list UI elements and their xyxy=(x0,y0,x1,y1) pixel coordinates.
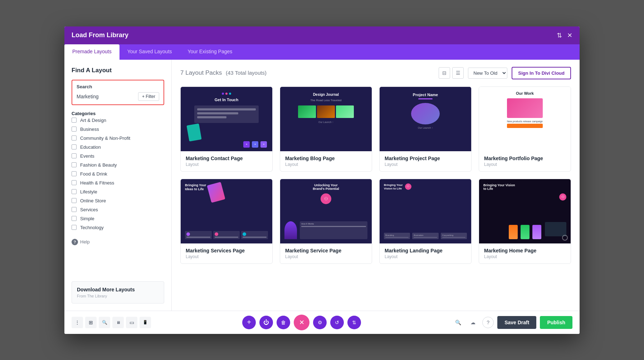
modal-header: Load From Library ⇅ ✕ xyxy=(64,26,580,44)
category-checkbox[interactable] xyxy=(72,225,77,230)
card-type: Layout xyxy=(385,254,466,259)
card-info-services: Marketing Services Page Layout xyxy=(181,243,272,263)
sign-in-cloud-button[interactable]: Sign In To Divi Cloud xyxy=(512,67,571,79)
desktop-view-button[interactable]: 🖥 xyxy=(112,317,124,328)
category-label: Technology xyxy=(80,225,104,230)
undo-button[interactable]: ↺ xyxy=(330,316,344,329)
close-x-button[interactable]: ✕ xyxy=(294,315,309,330)
pack-count: 7 Layout Packs xyxy=(180,69,222,76)
search-value[interactable]: Marketing xyxy=(77,94,98,99)
category-checkbox[interactable] xyxy=(72,118,77,123)
menu-button[interactable]: ⋮ xyxy=(72,317,83,328)
main-header: 7 Layout Packs (43 Total layouts) ⊟ ☰ Ne… xyxy=(180,67,571,79)
layout-card-blog[interactable]: Design Journal The Road Less Traveled Ou… xyxy=(280,87,372,172)
bottom-toolbar: ⋮ ⊞ 🔍 🖥 ▭ 📱 + ⏻ 🗑 ✕ ⚙ ↺ ⇅ 🔍 ☁ ? Save Dra… xyxy=(64,311,580,334)
tablet-view-button[interactable]: ▭ xyxy=(126,317,137,328)
category-lifestyle[interactable]: Lifestyle xyxy=(72,189,164,194)
layout-card-services[interactable]: Bringing YourIdeas to Life xyxy=(180,179,273,264)
category-checkbox[interactable] xyxy=(72,171,77,176)
settings-button[interactable]: ⚙ xyxy=(313,316,327,329)
list-view-button[interactable]: ☰ xyxy=(452,67,464,79)
card-thumbnail-blog: Design Journal The Road Less Traveled Ou… xyxy=(280,87,372,151)
category-checkbox[interactable] xyxy=(72,127,77,132)
category-business[interactable]: Business xyxy=(72,127,164,132)
save-draft-button[interactable]: Save Draft xyxy=(497,316,536,329)
category-education[interactable]: Education xyxy=(72,144,164,150)
close-icon[interactable]: ✕ xyxy=(567,31,572,39)
category-checkbox[interactable] xyxy=(72,153,77,158)
category-technology[interactable]: Technology xyxy=(72,225,164,230)
search-button[interactable]: 🔍 xyxy=(99,317,110,328)
view-toggle: ⊟ ☰ xyxy=(439,67,464,79)
card-thumbnail-landing: Bringing YourVision to Life ⚇ Branding xyxy=(380,179,471,243)
category-art-design[interactable]: Art & Design xyxy=(72,118,164,123)
category-checkbox[interactable] xyxy=(72,144,77,149)
search-icon-button[interactable]: 🔍 xyxy=(452,317,464,328)
layout-card-portfolio[interactable]: Our Work New products release campaign M… xyxy=(479,87,571,172)
mobile-view-button[interactable]: 📱 xyxy=(140,317,151,328)
card-type: Layout xyxy=(186,254,267,259)
layout-card-service[interactable]: Unlocking YourBrand's Potential ⚇ How It… xyxy=(280,179,372,264)
category-checkbox[interactable] xyxy=(72,162,77,167)
sort-button[interactable]: ⇅ xyxy=(347,316,361,329)
card-thumbnail-portfolio: Our Work New products release campaign xyxy=(479,87,571,151)
power-button[interactable]: ⏻ xyxy=(259,316,273,329)
category-fashion[interactable]: Fashion & Beauty xyxy=(72,162,164,168)
card-info-home: Marketing Home Page Layout xyxy=(479,243,571,263)
category-checkbox[interactable] xyxy=(72,180,77,185)
trash-button[interactable]: 🗑 xyxy=(277,316,290,329)
publish-button[interactable]: Publish xyxy=(540,316,572,329)
layout-card-home[interactable]: Bringing Your Visionto Life ⚇ xyxy=(479,179,571,264)
adjust-icon[interactable]: ⇅ xyxy=(557,31,562,39)
category-events[interactable]: Events xyxy=(72,153,164,159)
tab-saved[interactable]: Your Saved Layouts xyxy=(119,44,180,60)
add-button[interactable]: + xyxy=(242,316,256,329)
card-name: Marketing Contact Page xyxy=(186,156,267,161)
filter-button[interactable]: + Filter xyxy=(138,92,159,101)
layout-card-contact[interactable]: Get In Touch ≡ ≡ ≡ xyxy=(180,87,273,172)
category-label: Events xyxy=(80,153,94,159)
category-simple[interactable]: Simple xyxy=(72,216,164,221)
tab-existing[interactable]: Your Existing Pages xyxy=(180,44,240,60)
card-info-landing: Marketing Landing Page Layout xyxy=(380,243,471,263)
category-services[interactable]: Services xyxy=(72,207,164,212)
category-community[interactable]: Community & Non-Profit xyxy=(72,135,164,141)
search-label: Search xyxy=(77,84,159,89)
category-health[interactable]: Health & Fitness xyxy=(72,180,164,186)
card-name: Marketing Portfolio Page xyxy=(484,156,566,161)
help-icon-button[interactable]: ? xyxy=(482,317,494,328)
card-type: Layout xyxy=(186,162,267,167)
category-checkbox[interactable] xyxy=(72,135,77,140)
card-thumbnail-service: Unlocking YourBrand's Potential ⚇ How It… xyxy=(280,179,372,243)
card-type: Layout xyxy=(285,162,367,167)
category-label: Services xyxy=(80,207,98,212)
grid-view-button[interactable]: ⊟ xyxy=(439,67,450,79)
tab-premade[interactable]: Premade Layouts xyxy=(64,44,119,60)
category-checkbox[interactable] xyxy=(72,198,77,203)
modal-container: Load From Library ⇅ ✕ Premade Layouts Yo… xyxy=(64,26,580,334)
category-checkbox[interactable] xyxy=(72,189,77,194)
card-thumbnail-contact: Get In Touch ≡ ≡ ≡ xyxy=(181,87,272,151)
category-label: Health & Fitness xyxy=(80,180,114,186)
category-checkbox[interactable] xyxy=(72,216,77,221)
grid-button[interactable]: ⊞ xyxy=(85,317,97,328)
help-link[interactable]: ? Help xyxy=(72,239,164,245)
card-thumbnail-services: Bringing YourIdeas to Life xyxy=(181,179,272,243)
category-label: Simple xyxy=(80,216,94,221)
layout-card-project[interactable]: Project Name Our Launch ↑ Marketing Proj… xyxy=(379,87,472,172)
layout-grid: Get In Touch ≡ ≡ ≡ xyxy=(180,87,571,264)
card-type: Layout xyxy=(285,254,367,259)
card-name: Marketing Landing Page xyxy=(385,248,466,253)
layout-count: 7 Layout Packs (43 Total layouts) xyxy=(180,69,267,77)
categories-section: Categories Art & Design Business Communi… xyxy=(72,111,164,230)
layout-card-landing[interactable]: Bringing YourVision to Life ⚇ Branding xyxy=(379,179,472,264)
category-label: Community & Non-Profit xyxy=(80,135,130,141)
category-online-store[interactable]: Online Store xyxy=(72,198,164,203)
cloud-icon-button[interactable]: ☁ xyxy=(467,317,479,328)
card-info-portfolio: Marketing Portfolio Page Layout xyxy=(479,151,571,171)
card-thumbnail-home: Bringing Your Visionto Life ⚇ xyxy=(479,179,571,243)
category-checkbox[interactable] xyxy=(72,207,77,212)
category-food[interactable]: Food & Drink xyxy=(72,171,164,177)
sort-select[interactable]: New To Old Old To New A to Z Z to A xyxy=(468,68,507,79)
sidebar: Find A Layout Search Marketing + Filter … xyxy=(64,60,172,311)
